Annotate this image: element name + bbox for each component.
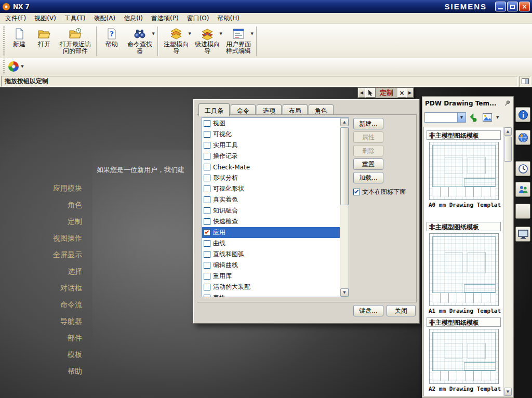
dropdown-arrow-icon[interactable]: ▼ bbox=[251, 32, 254, 36]
back-button[interactable] bbox=[468, 112, 480, 123]
menu-file[interactable]: 文件(F) bbox=[1, 13, 30, 24]
toolbar-checkbox[interactable] bbox=[204, 185, 210, 192]
menu-help[interactable]: 帮助(H) bbox=[213, 13, 243, 24]
scroll-thumb[interactable] bbox=[504, 137, 512, 162]
menu-preferences[interactable]: 首选项(P) bbox=[147, 13, 183, 24]
sidebar-item-application[interactable]: 应用模块 bbox=[0, 180, 89, 196]
sidebar-item-view-operations[interactable]: 视图操作 bbox=[0, 230, 89, 246]
sidebar-item-selection[interactable]: 选择 bbox=[0, 263, 89, 280]
template-group-header[interactable]: 非主模型图纸模板 bbox=[427, 130, 501, 140]
toolbar-grip[interactable] bbox=[3, 60, 5, 73]
resource-tab-web[interactable] bbox=[515, 130, 530, 145]
scroll-thumb[interactable] bbox=[340, 127, 349, 205]
sidebar-item-templates[interactable]: 模板 bbox=[0, 346, 89, 363]
mold-wizard-button[interactable]: ▼ 注塑模向 导 bbox=[161, 25, 192, 56]
sidebar-item-dialogs[interactable]: 对话框 bbox=[0, 280, 89, 296]
template-thumbnail-a2[interactable] bbox=[429, 329, 499, 384]
mini-toolbar-close-button[interactable]: × bbox=[397, 88, 406, 98]
toolbar-list-item[interactable]: 可视化 bbox=[202, 129, 340, 140]
dropdown-arrow-icon[interactable]: ▼ bbox=[189, 32, 191, 36]
open-recent-button[interactable]: 打开最近访 问的部件 bbox=[57, 25, 94, 56]
toolbar-checkbox[interactable] bbox=[204, 284, 210, 290]
menu-tools[interactable]: 工具(T) bbox=[60, 13, 90, 24]
toolbar-list-item[interactable]: 重用库 bbox=[202, 271, 340, 282]
toolbar-grip[interactable] bbox=[3, 26, 5, 56]
reset-button[interactable]: 重置 bbox=[353, 158, 383, 170]
toolbar-list-item[interactable]: 真实着色 bbox=[202, 194, 340, 205]
dropdown-arrow-icon[interactable]: ▼ bbox=[220, 32, 222, 36]
command-finder-button[interactable]: ▼ 命令查找 器 bbox=[124, 25, 155, 56]
toolbar-list-item[interactable]: 实用工具 bbox=[202, 140, 340, 151]
text-below-icon-checkbox[interactable] bbox=[353, 189, 360, 195]
help-button[interactable]: ? 帮助 bbox=[99, 25, 124, 49]
keyboard-button[interactable]: 键盘... bbox=[353, 305, 383, 316]
delete-button[interactable]: 删除 bbox=[353, 145, 383, 156]
toolbar-checkbox[interactable] bbox=[204, 273, 210, 280]
toolbar-list-item[interactable]: 快速检查 bbox=[202, 216, 340, 227]
toolbar-checkbox[interactable] bbox=[204, 218, 210, 225]
maximize-button[interactable] bbox=[507, 2, 518, 11]
list-scrollbar[interactable]: ▲ ▼ bbox=[340, 118, 349, 297]
scroll-up-icon[interactable]: ▲ bbox=[504, 127, 512, 136]
resource-tab-history[interactable] bbox=[515, 161, 530, 176]
dialog-rail-button[interactable] bbox=[520, 76, 531, 87]
toolbar-checkbox[interactable] bbox=[204, 262, 210, 269]
toolbar-list-item-selected[interactable]: 应用 bbox=[202, 227, 340, 238]
sidebar-item-help[interactable]: 帮助 bbox=[0, 363, 89, 379]
properties-button[interactable]: 属性 bbox=[353, 131, 383, 143]
close-button[interactable]: × bbox=[519, 2, 530, 11]
toolbar-checkbox[interactable] bbox=[204, 251, 210, 258]
toolbar-checkbox[interactable] bbox=[204, 295, 210, 297]
minimize-button[interactable] bbox=[495, 2, 506, 11]
sidebar-item-command-stream[interactable]: 命令流 bbox=[0, 296, 89, 313]
sidebar-item-parts[interactable]: 部件 bbox=[0, 329, 89, 346]
toolbar-list-item[interactable]: 曲线 bbox=[202, 238, 340, 249]
toolbar-list-item[interactable]: Check-Mate bbox=[202, 162, 340, 173]
new-button[interactable]: 新建 bbox=[7, 25, 32, 49]
toolbar-checkbox[interactable] bbox=[204, 153, 210, 160]
toolbar-list-item[interactable]: 操作记录 bbox=[202, 151, 340, 162]
resource-tab-templates[interactable] bbox=[515, 227, 530, 242]
open-button[interactable]: 打开 bbox=[32, 25, 57, 49]
toolbar-list-item[interactable]: 知识融合 bbox=[202, 205, 340, 216]
progressive-die-wizard-button[interactable]: ▼ 级进模向 导 bbox=[192, 25, 223, 56]
sidebar-item-customize[interactable]: 定制 bbox=[0, 213, 89, 230]
new-toolbar-button[interactable]: 新建... bbox=[353, 118, 383, 129]
sidebar-item-navigators[interactable]: 导航器 bbox=[0, 313, 89, 329]
toolbar-list-item[interactable]: 表格 bbox=[202, 293, 340, 297]
toolbar-list-item[interactable]: 编辑曲线 bbox=[202, 260, 340, 271]
toolbar-list-item[interactable]: 直线和圆弧 bbox=[202, 249, 340, 260]
toolbar-checkbox[interactable] bbox=[204, 240, 210, 247]
template-group-header[interactable]: 非主模型图纸模板 bbox=[427, 222, 501, 231]
chevron-down-icon[interactable]: ▼ bbox=[457, 113, 466, 122]
menu-information[interactable]: 信息(I) bbox=[119, 13, 147, 24]
preview-button[interactable] bbox=[482, 112, 493, 123]
scroll-left-button[interactable]: ◀ bbox=[358, 88, 365, 98]
template-thumbnail-a1[interactable] bbox=[429, 233, 499, 306]
ui-styler-button[interactable]: ▼ 用户界面 样式编辑 bbox=[223, 25, 254, 56]
dropdown-arrow-icon[interactable]: ▼ bbox=[21, 64, 23, 69]
template-thumbnail-a0[interactable] bbox=[429, 142, 499, 200]
menu-window[interactable]: 窗口(O) bbox=[183, 13, 214, 24]
load-button[interactable]: 加载... bbox=[353, 172, 383, 183]
toolbar-checkbox[interactable] bbox=[204, 142, 210, 149]
toolbar-list-item[interactable]: 可视化形状 bbox=[202, 183, 340, 194]
tab-toolbars[interactable]: 工具条 bbox=[198, 103, 230, 116]
palette-scrollbar[interactable]: ▲ ▼ bbox=[503, 127, 512, 396]
resource-tab-blank[interactable] bbox=[515, 204, 530, 219]
toolbar-list-item[interactable]: 视图 bbox=[202, 118, 340, 129]
toolbar-checkbox[interactable] bbox=[204, 175, 210, 181]
scroll-right-button[interactable]: ▶ bbox=[406, 88, 414, 98]
menu-assemblies[interactable]: 装配(A) bbox=[90, 13, 120, 24]
dropdown-arrow-icon[interactable]: ▼ bbox=[152, 32, 155, 36]
toolbar-checkbox[interactable] bbox=[204, 131, 210, 138]
scroll-down-icon[interactable]: ▼ bbox=[504, 388, 512, 396]
toolbar-checkbox[interactable] bbox=[204, 196, 210, 203]
chevron-down-icon[interactable]: ▼ bbox=[496, 115, 499, 120]
menu-view[interactable]: 视图(V) bbox=[30, 13, 60, 24]
pin-icon[interactable] bbox=[503, 100, 511, 107]
toolbar-list-item[interactable]: 活动的大装配 bbox=[202, 282, 340, 293]
sidebar-item-roles[interactable]: 角色 bbox=[0, 196, 89, 213]
sidebar-item-fullscreen[interactable]: 全屏显示 bbox=[0, 246, 89, 263]
toolbar-list-item[interactable]: 形状分析 bbox=[202, 173, 340, 183]
